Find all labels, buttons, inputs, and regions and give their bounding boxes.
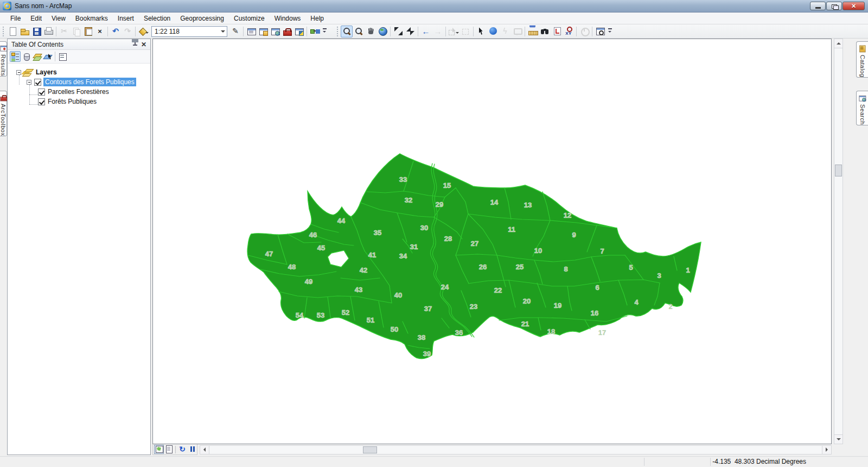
dock-tab-catalog[interactable]: Catalog <box>856 41 868 78</box>
undo-button[interactable]: ↶ <box>110 26 122 37</box>
refresh-view-button[interactable]: ↻ <box>177 445 187 454</box>
time-slider-button[interactable] <box>578 26 590 37</box>
zoom-out-button[interactable]: − <box>353 26 365 37</box>
search-window-icon <box>859 94 866 102</box>
menu-file[interactable]: File <box>5 13 25 24</box>
html-popup-button[interactable] <box>511 26 523 37</box>
paste-button[interactable] <box>82 26 94 37</box>
scroll-left-button[interactable] <box>200 446 209 454</box>
menu-customize[interactable]: Customize <box>229 13 270 24</box>
horizontal-scrollbar[interactable] <box>200 445 832 455</box>
open-document-button[interactable] <box>18 26 30 37</box>
modelbuilder-button[interactable] <box>309 26 321 37</box>
identify-button[interactable]: i <box>487 26 499 37</box>
vertical-scrollbar[interactable] <box>834 39 843 444</box>
list-by-visibility-button[interactable] <box>31 51 42 62</box>
pause-drawing-button[interactable] <box>187 445 197 454</box>
list-selection-icon <box>43 52 53 61</box>
scroll-up-button[interactable] <box>834 39 843 48</box>
map-canvas[interactable]: 1234567891011121314151617181920212223242… <box>152 39 832 444</box>
search-window-button[interactable] <box>269 26 281 37</box>
python-window-button[interactable] <box>293 26 305 37</box>
fixed-zoom-out-button[interactable] <box>404 26 416 37</box>
table-of-contents-window-button[interactable] <box>245 26 257 37</box>
pan-button[interactable] <box>365 26 376 37</box>
go-to-xy-button[interactable]: XY <box>563 26 575 37</box>
find-route-button[interactable] <box>551 26 563 37</box>
copy-button[interactable] <box>70 26 82 37</box>
scroll-down-button[interactable] <box>834 434 843 444</box>
redo-button[interactable]: ↷ <box>122 26 133 37</box>
new-document-button[interactable] <box>7 26 18 37</box>
go-forward-extent-button[interactable]: → <box>432 26 444 37</box>
menu-geoprocessing[interactable]: Geoprocessing <box>175 13 229 24</box>
parcel-label-5: 5 <box>629 263 633 272</box>
layout-view-button[interactable] <box>164 445 174 454</box>
dock-tab-results[interactable]: Results <box>0 41 7 77</box>
select-elements-button[interactable] <box>475 26 487 37</box>
layer-label-parcelles[interactable]: Parcelles Forestières <box>48 88 109 96</box>
search-window-icon <box>271 27 280 36</box>
group-layer-label[interactable]: Contours des Forets Publiques <box>43 78 136 86</box>
find-route-icon <box>552 27 561 36</box>
menu-edit[interactable]: Edit <box>25 13 47 24</box>
toc-close-button[interactable]: ✕ <box>139 40 148 49</box>
menu-windows[interactable]: Windows <box>270 13 306 24</box>
catalog-window-button[interactable] <box>257 26 269 37</box>
tools-toolbar-grip[interactable] <box>336 27 339 36</box>
layer-label-forets[interactable]: Forêts Publiques <box>48 98 97 105</box>
viewer-window-button[interactable] <box>594 26 606 37</box>
group-checkbox[interactable] <box>34 79 41 86</box>
measure-button[interactable] <box>527 26 539 37</box>
dock-tab-arctoolbox[interactable]: ArcToolbox <box>0 91 7 136</box>
list-by-drawing-order-button[interactable] <box>10 51 21 62</box>
delete-button[interactable]: × <box>94 26 106 37</box>
select-features-button[interactable] <box>448 26 459 37</box>
find-button[interactable] <box>539 26 551 37</box>
restore-button[interactable] <box>826 2 842 10</box>
hyperlink-button[interactable]: ϟ <box>499 26 511 37</box>
toolbar-overflow-icon[interactable] <box>322 27 328 36</box>
data-view-button[interactable] <box>154 445 164 454</box>
save-document-button[interactable] <box>30 26 42 37</box>
layers-expander[interactable] <box>16 70 21 75</box>
fixed-zoom-in-button[interactable] <box>392 26 404 37</box>
clear-selected-features-button[interactable] <box>459 26 471 37</box>
toc-pin-button[interactable] <box>131 40 139 49</box>
list-by-source-button[interactable] <box>21 51 31 62</box>
tools-overflow-icon[interactable] <box>607 27 613 36</box>
layer-checkbox-parcelles[interactable] <box>38 89 45 96</box>
parcel-label-37: 37 <box>424 305 432 313</box>
dropdown-caret-icon[interactable] <box>456 32 459 35</box>
menu-view[interactable]: View <box>47 13 71 24</box>
add-data-button[interactable]: + <box>137 26 149 37</box>
close-button[interactable] <box>843 2 865 10</box>
toc-options-button[interactable] <box>57 51 68 62</box>
dock-tab-search[interactable]: Search <box>856 91 868 125</box>
scroll-right-button[interactable] <box>822 446 831 454</box>
layer-checkbox-forets[interactable] <box>38 98 45 105</box>
group-expander[interactable] <box>27 80 31 85</box>
select-elements-icon <box>477 27 486 36</box>
vertical-scrollbar-thumb[interactable] <box>835 165 842 176</box>
full-extent-button[interactable] <box>376 26 388 37</box>
go-back-extent-button[interactable]: ← <box>420 26 432 37</box>
list-by-selection-button[interactable] <box>42 51 53 62</box>
parcel-label-10: 10 <box>534 247 542 255</box>
scale-combo[interactable]: 1:22 118 <box>151 26 227 37</box>
toolbar-grip[interactable] <box>2 27 5 36</box>
menu-insert[interactable]: Insert <box>113 13 139 24</box>
menu-bookmarks[interactable]: Bookmarks <box>71 13 113 24</box>
horizontal-scrollbar-thumb[interactable] <box>363 446 377 453</box>
arctoolbox-window-button[interactable] <box>281 26 293 37</box>
editor-toolbar-button[interactable]: ✎ <box>229 26 241 37</box>
menu-selection[interactable]: Selection <box>139 13 175 24</box>
menu-help[interactable]: Help <box>305 13 329 24</box>
cut-button[interactable]: ✂ <box>58 26 70 37</box>
parcel-label-40: 40 <box>394 291 402 299</box>
scale-dropdown-icon[interactable] <box>219 27 227 36</box>
zoom-in-button[interactable]: + <box>341 26 353 37</box>
print-button[interactable] <box>42 26 54 37</box>
layers-root-label[interactable]: Layers <box>36 68 57 76</box>
minimize-button[interactable] <box>810 2 826 10</box>
